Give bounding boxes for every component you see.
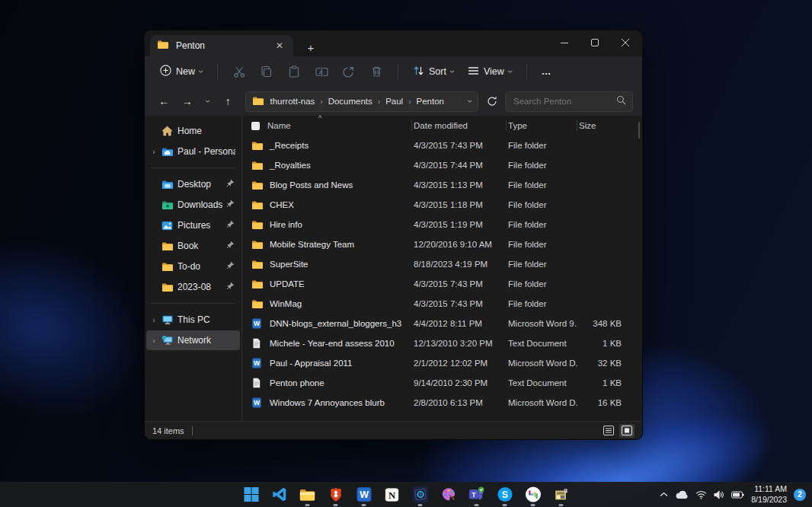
folder-icon bbox=[161, 282, 174, 293]
breadcrumb-segment-paul[interactable]: Paul bbox=[385, 97, 403, 106]
share-button[interactable] bbox=[336, 60, 362, 83]
taskbar-app-brave[interactable] bbox=[325, 482, 347, 507]
file-type: Microsoft Word D... bbox=[507, 398, 577, 407]
file-type: File folder bbox=[507, 240, 577, 249]
address-chevron-icon[interactable]: › bbox=[465, 100, 475, 103]
battery-icon[interactable] bbox=[731, 482, 744, 507]
system-tray: 11:11 AM 8/19/2023 2 bbox=[660, 482, 806, 507]
column-header-date-modified[interactable]: Date modified bbox=[412, 116, 507, 136]
file-row-dnn-blogs-external-bloggers-h3[interactable]: WDNN-blogs_external_bloggers_h34/4/2012 … bbox=[242, 314, 642, 333]
column-header-type[interactable]: Type bbox=[507, 116, 577, 136]
view-button[interactable]: View › bbox=[462, 60, 518, 83]
volume-icon[interactable] bbox=[714, 482, 724, 507]
taskbar-app-photos-app[interactable] bbox=[410, 482, 431, 507]
breadcrumb-segment-penton[interactable]: Penton bbox=[417, 97, 444, 106]
search-icon bbox=[616, 94, 626, 108]
onedrive-icon[interactable] bbox=[675, 482, 689, 507]
search-box[interactable] bbox=[505, 91, 633, 112]
refresh-button[interactable] bbox=[481, 91, 502, 112]
up-button[interactable]: ↑ bbox=[218, 91, 238, 112]
breadcrumb-segment-thurrott-nas[interactable]: thurrott-nas bbox=[270, 97, 315, 106]
sidebar-item-pictures[interactable]: Pictures bbox=[146, 215, 240, 235]
more-options-button[interactable]: … bbox=[535, 60, 558, 83]
new-tab-button[interactable]: + bbox=[301, 38, 321, 56]
delete-button[interactable] bbox=[363, 60, 389, 83]
copy-button[interactable] bbox=[254, 60, 280, 83]
select-all-checkbox[interactable] bbox=[251, 122, 260, 130]
legacy-app-icon bbox=[552, 486, 570, 503]
column-header-name[interactable]: Name bbox=[251, 116, 412, 136]
tab-close-icon[interactable]: ✕ bbox=[273, 39, 286, 53]
forward-button[interactable]: → bbox=[177, 91, 198, 112]
notification-badge[interactable]: 2 bbox=[794, 489, 806, 501]
tab-penton[interactable]: Penton ✕ bbox=[150, 35, 293, 56]
expand-chevron-icon[interactable]: › bbox=[149, 316, 158, 324]
minimize-button[interactable] bbox=[549, 30, 580, 55]
file-row-royalties[interactable]: _Royalties4/3/2015 7:44 PMFile folder bbox=[242, 155, 642, 175]
file-row-paul-appraisal-2011[interactable]: WPaul - Appraisal 20112/1/2012 12:02 PMM… bbox=[242, 353, 642, 373]
sort-button[interactable]: Sort › bbox=[407, 60, 460, 83]
taskbar-app-notion[interactable]: N bbox=[382, 482, 403, 507]
file-size: 32 KB bbox=[577, 359, 622, 368]
address-bar[interactable]: thurrott-nas›Documents›Paul›Penton › bbox=[245, 91, 478, 112]
file-row-mobile-strategy-team[interactable]: Mobile Strategy Team12/20/2016 9:10 AMFi… bbox=[242, 234, 642, 254]
recent-locations-button[interactable]: › bbox=[203, 100, 213, 103]
new-button[interactable]: New › bbox=[154, 60, 209, 83]
sidebar-item-desktop[interactable]: Desktop bbox=[146, 174, 240, 194]
sidebar-item-downloads[interactable]: Downloads bbox=[146, 195, 240, 215]
view-details-button[interactable] bbox=[601, 424, 616, 438]
chevron-down-icon: › bbox=[197, 70, 206, 73]
column-header-size[interactable]: Size bbox=[577, 116, 628, 136]
file-row-chex[interactable]: CHEX4/3/2015 1:18 PMFile folder bbox=[242, 195, 642, 215]
taskbar-app-paint[interactable] bbox=[438, 482, 459, 507]
rename-button[interactable]: A bbox=[308, 60, 334, 83]
sidebar-item-2023-08[interactable]: 2023-08 bbox=[146, 277, 240, 297]
sidebar-item-home[interactable]: Home bbox=[146, 121, 240, 141]
expand-chevron-icon[interactable]: › bbox=[149, 148, 158, 156]
taskbar-app-word[interactable]: W bbox=[353, 482, 375, 507]
file-row-winmag[interactable]: WinMag4/3/2015 7:43 PMFile folder bbox=[242, 294, 642, 314]
file-row-hire-info[interactable]: Hire info4/3/2015 1:19 PMFile folder bbox=[242, 215, 642, 234]
file-row-blog-posts-and-news[interactable]: Blog Posts and News4/3/2015 1:13 PMFile … bbox=[242, 175, 642, 195]
file-type: File folder bbox=[507, 279, 577, 289]
taskbar-app-teams[interactable]: T bbox=[466, 482, 488, 507]
wifi-icon[interactable] bbox=[695, 482, 707, 507]
pin-icon bbox=[226, 179, 235, 190]
breadcrumb-segment-documents[interactable]: Documents bbox=[328, 97, 372, 106]
pin-icon bbox=[226, 261, 235, 272]
sidebar-item-network[interactable]: ›Network bbox=[146, 330, 240, 350]
sidebar-item-label: This PC bbox=[177, 314, 235, 325]
maximize-button[interactable] bbox=[580, 30, 610, 55]
file-row-supersite[interactable]: SuperSite8/18/2023 4:19 PMFile folder bbox=[242, 254, 642, 274]
start-button[interactable] bbox=[241, 482, 262, 507]
search-input[interactable] bbox=[512, 96, 616, 107]
file-date-modified: 4/3/2015 1:18 PM bbox=[412, 200, 507, 209]
file-type: Microsoft Word D... bbox=[507, 359, 577, 368]
file-date-modified: 4/3/2015 7:43 PM bbox=[412, 279, 507, 289]
hidden-icons-chevron-icon[interactable] bbox=[660, 482, 668, 507]
expand-chevron-icon[interactable]: › bbox=[149, 336, 158, 345]
close-button[interactable] bbox=[610, 30, 641, 55]
sidebar-item-label: Book bbox=[177, 241, 223, 251]
file-row-receipts[interactable]: _Receipts4/3/2015 7:43 PMFile folder bbox=[242, 136, 642, 155]
cut-button[interactable] bbox=[226, 60, 252, 83]
sidebar-item-to-do[interactable]: To-do bbox=[146, 257, 240, 276]
folder-icon bbox=[251, 219, 264, 230]
view-large-icons-button[interactable] bbox=[619, 424, 635, 438]
paste-button[interactable] bbox=[281, 60, 307, 83]
file-row-penton-phone[interactable]: Penton phone9/14/2010 2:30 PMText Docume… bbox=[242, 373, 642, 393]
file-row-michele-year-end-assess-2010[interactable]: Michele - Year-end assess 201012/13/2010… bbox=[242, 333, 642, 353]
clock[interactable]: 11:11 AM 8/19/2023 bbox=[751, 484, 787, 504]
back-button[interactable]: ← bbox=[154, 91, 174, 112]
taskbar-app-slack[interactable] bbox=[523, 482, 544, 507]
sidebar-item-book[interactable]: Book bbox=[146, 236, 240, 256]
sidebar-item-paul-personal[interactable]: ›Paul - Personal bbox=[146, 142, 240, 161]
taskbar-app-vscode[interactable] bbox=[269, 482, 290, 507]
taskbar-app-skype[interactable]: S bbox=[494, 482, 516, 507]
sidebar-item-this-pc[interactable]: ›This PC bbox=[146, 310, 240, 330]
photos-app-icon bbox=[411, 486, 429, 503]
file-row-update[interactable]: UPDATE4/3/2015 7:43 PMFile folder bbox=[242, 274, 642, 294]
file-row-windows-7-annoyances-blurb[interactable]: WWindows 7 Annoyances blurb2/8/2010 6:13… bbox=[242, 393, 642, 413]
taskbar-app-legacy-app[interactable] bbox=[551, 482, 572, 507]
taskbar-app-file-explorer[interactable] bbox=[297, 482, 318, 507]
